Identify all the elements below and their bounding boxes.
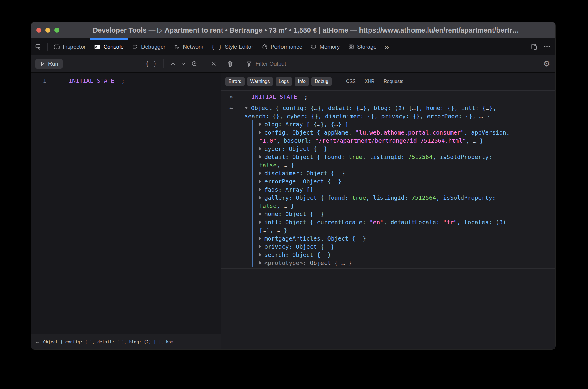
- twisty-collapsed-icon[interactable]: [259, 253, 261, 257]
- tab-style-editor[interactable]: { } Style Editor: [207, 38, 257, 55]
- object-tree-row[interactable]: faqs: Array []: [253, 185, 552, 194]
- node-picker-button[interactable]: [31, 38, 46, 55]
- window-controls: [31, 28, 59, 33]
- tab-console[interactable]: Console: [90, 38, 128, 55]
- reverse-search-button[interactable]: [191, 61, 198, 67]
- filter-debug-button[interactable]: Debug: [311, 77, 332, 86]
- twisty-collapsed-icon[interactable]: [259, 237, 261, 240]
- toolbar-separator: [523, 43, 523, 51]
- object-tree-row[interactable]: errorPage: Object { }: [253, 177, 552, 185]
- close-editor-button[interactable]: [210, 61, 217, 67]
- devtools-window: Developer Tools — ▷ Apartment to rent • …: [31, 22, 555, 349]
- run-label: Run: [48, 61, 58, 67]
- editor-toolbar: Run { }: [31, 55, 221, 73]
- clear-console-button[interactable]: [226, 60, 234, 68]
- memory-icon: [310, 43, 317, 50]
- filter-output-input[interactable]: Filter Output: [246, 61, 286, 67]
- twisty-collapsed-icon[interactable]: [259, 188, 261, 191]
- storage-icon: [348, 43, 355, 50]
- tab-performance[interactable]: Performance: [257, 38, 307, 55]
- responsive-design-mode-button[interactable]: [529, 43, 539, 51]
- code-editor[interactable]: 1 __INITIAL_STATE__;: [31, 73, 221, 334]
- search-history-icon: [191, 61, 198, 67]
- tab-label: Performance: [271, 44, 302, 50]
- object-tree-children: blog: Array [ {…}, {…} ]config: Object {…: [252, 120, 552, 267]
- zoom-window-button[interactable]: [54, 28, 59, 33]
- object-tree-row[interactable]: blog: Array [ {…}, {…} ]: [253, 120, 552, 128]
- tab-debugger[interactable]: Debugger: [128, 38, 169, 55]
- filter-css-button[interactable]: CSS: [343, 79, 359, 84]
- twisty-collapsed-icon[interactable]: [259, 147, 261, 151]
- twisty-collapsed-icon[interactable]: [259, 261, 261, 265]
- tab-label: Memory: [320, 44, 340, 50]
- tab-storage[interactable]: Storage: [344, 38, 381, 55]
- result-arrow-icon: ←: [229, 104, 233, 112]
- eager-evaluation-preview: Object { config: {…}, detail: {…}, blog:…: [43, 340, 176, 344]
- toolbar-separator: [47, 43, 48, 51]
- tabs-overflow-button[interactable]: »: [380, 38, 392, 55]
- twisty-collapsed-icon[interactable]: [259, 245, 261, 248]
- pretty-print-button[interactable]: { }: [145, 60, 157, 67]
- tab-inspector[interactable]: Inspector: [49, 38, 90, 55]
- twisty-collapsed-icon[interactable]: [259, 180, 261, 183]
- input-prompt-icon: »: [229, 93, 233, 101]
- title-bar: Developer Tools — ▷ Apartment to rent • …: [31, 22, 555, 38]
- console-settings-button[interactable]: ⚙: [543, 60, 550, 68]
- twisty-collapsed-icon[interactable]: [259, 171, 261, 175]
- filter-info-button[interactable]: Info: [295, 77, 309, 86]
- toolbar-separator: [163, 59, 164, 68]
- object-tree-row[interactable]: cyber: Object { }: [253, 145, 552, 153]
- devtools-menu-button[interactable]: [543, 43, 551, 51]
- code-line: __INITIAL_STATE__;: [46, 76, 125, 334]
- node-picker-icon: [35, 43, 42, 50]
- filter-logs-button[interactable]: Logs: [276, 77, 292, 86]
- return-arrow-icon: ←: [36, 339, 39, 345]
- style-editor-icon: { }: [211, 44, 222, 50]
- filter-requests-button[interactable]: Requests: [380, 79, 407, 84]
- object-tree-row[interactable]: <prototype>: Object { … }: [253, 259, 552, 267]
- filter-errors-button[interactable]: Errors: [225, 77, 245, 86]
- filter-warnings-button[interactable]: Warnings: [247, 77, 273, 86]
- eager-evaluation-bar: ← Object { config: {…}, detail: {…}, blo…: [31, 334, 221, 349]
- performance-icon: [261, 43, 268, 50]
- twisty-collapsed-icon[interactable]: [259, 155, 261, 159]
- line-number: 1: [31, 76, 46, 334]
- object-tree-row[interactable]: disclaimer: Object { }: [253, 169, 552, 177]
- tab-label: Style Editor: [225, 44, 253, 50]
- object-tree-row[interactable]: home: Object { }: [253, 210, 552, 218]
- twisty-collapsed-icon[interactable]: [259, 196, 261, 199]
- console-editor-pane: Run { }: [31, 55, 221, 349]
- twisty-collapsed-icon[interactable]: [259, 131, 261, 134]
- console-filter-toolbar: Filter Output ⚙: [221, 55, 555, 73]
- funnel-icon: [246, 61, 252, 67]
- minimize-window-button[interactable]: [45, 28, 50, 33]
- run-button[interactable]: Run: [35, 59, 63, 69]
- tab-label: Storage: [357, 44, 377, 50]
- toolbar-separator: [240, 59, 240, 68]
- object-tree-row[interactable]: search: Object { }: [253, 251, 552, 259]
- code-identifier: __INITIAL_STATE__: [62, 77, 121, 84]
- toolbar-separator: [204, 59, 204, 68]
- filter-separator: [337, 78, 337, 85]
- twisty-collapsed-icon[interactable]: [259, 212, 261, 216]
- twisty-expanded-icon[interactable]: [245, 107, 248, 109]
- object-tree-row[interactable]: config: Object { appName: "lu.web.athome…: [253, 128, 552, 145]
- object-tree-row[interactable]: mortgageArticles: Object { }: [253, 234, 552, 243]
- tab-network[interactable]: Network: [169, 38, 207, 55]
- close-window-button[interactable]: [36, 28, 41, 33]
- play-icon: [40, 61, 45, 67]
- history-previous-button[interactable]: [170, 61, 176, 67]
- object-tree-row[interactable]: gallery: Object { found: true, listingId…: [253, 194, 552, 210]
- twisty-collapsed-icon[interactable]: [259, 123, 261, 126]
- tab-memory[interactable]: Memory: [306, 38, 344, 55]
- filter-placeholder: Filter Output: [256, 61, 286, 67]
- console-output: »__INITIAL_STATE__;←Object { config: {…}…: [221, 91, 555, 349]
- chevron-down-icon: [180, 61, 187, 67]
- history-next-button[interactable]: [180, 61, 187, 67]
- object-tree-row[interactable]: detail: Object { found: true, listingId:…: [253, 153, 552, 169]
- filter-xhr-button[interactable]: XHR: [362, 79, 378, 84]
- object-tree-row[interactable]: privacy: Object { }: [253, 243, 552, 251]
- twisty-collapsed-icon[interactable]: [259, 220, 261, 224]
- object-tree-row[interactable]: intl: Object { currentLocale: "en", defa…: [253, 218, 552, 234]
- debugger-icon: [132, 43, 139, 50]
